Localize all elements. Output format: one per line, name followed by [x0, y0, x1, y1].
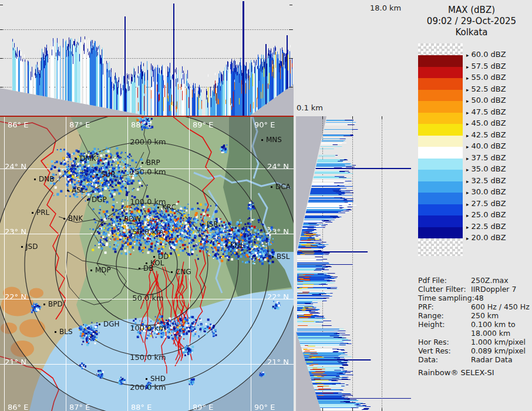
legend-tick-label: ▸30.0 dBZ [466, 187, 506, 196]
metadata-value: IIRDoppler 7 [471, 285, 516, 294]
legend-swatch [418, 55, 463, 67]
legend-tick-label: ▸22.5 dBZ [466, 222, 506, 231]
metadata-value: 1.000 km/pixel [471, 338, 526, 346]
metadata-label: Hor Res: [418, 338, 471, 346]
legend-title-block: MAX (dBZ) 09:02 / 29-Oct-2025 Kolkata [411, 5, 532, 38]
legend-swatch [418, 78, 463, 90]
legend-swatch [418, 181, 463, 193]
metadata-row: Pdf File:250Z.max [418, 276, 532, 285]
metadata-row: Vert Res:0.089 km/pixel [418, 346, 532, 355]
metadata-label: Time sampling: [418, 294, 474, 302]
legend-tick-label: ▸27.5 dBZ [466, 199, 506, 208]
legend-tick-label: ▸40.0 dBZ [466, 142, 506, 150]
legend-swatch [418, 159, 463, 170]
metadata-label: Clutter Filter: [418, 285, 471, 294]
metadata-value: 600 Hz / 450 Hz [471, 302, 530, 311]
metadata-value: 250 km [471, 311, 499, 320]
metadata-value: 0.089 km/pixel [471, 346, 526, 355]
metadata-row: Time sampling:48 [418, 294, 532, 302]
product-metadata: Pdf File:250Z.maxClutter Filter:IIRDoppl… [418, 276, 532, 377]
tick-arrow-icon: ▸ [466, 156, 469, 161]
metadata-value: 48 [474, 294, 484, 302]
tick-arrow-icon: ▸ [466, 190, 469, 196]
legend-swatch [418, 124, 463, 136]
metadata-rows: Pdf File:250Z.maxClutter Filter:IIRDoppl… [418, 276, 532, 364]
legend-swatch [418, 215, 463, 227]
legend-tick-label: ▸47.5 dBZ [466, 107, 506, 116]
tick-arrow-icon: ▸ [466, 213, 469, 218]
metadata-label: Data: [418, 355, 471, 364]
legend-swatch [418, 193, 463, 204]
legend-swatch [418, 170, 463, 181]
metadata-row: Range:250 km [418, 311, 532, 320]
scan-datetime: 09:02 / 29-Oct-2025 [411, 16, 532, 27]
metadata-row: Height:0.100 km to [418, 320, 532, 329]
tick-arrow-icon: ▸ [466, 235, 469, 241]
tick-arrow-icon: ▸ [466, 98, 469, 104]
tick-arrow-icon: ▸ [466, 87, 469, 93]
legend-tick-label: ▸42.5 dBZ [466, 130, 506, 139]
metadata-row: PRF:600 Hz / 450 Hz [418, 302, 532, 311]
legend-swatch-below-min [418, 238, 463, 256]
metadata-label: PRF: [418, 302, 471, 311]
legend-swatch [418, 227, 463, 239]
metadata-label: Pdf File: [418, 276, 471, 285]
tick-arrow-icon: ▸ [466, 201, 469, 207]
legend-swatch [418, 147, 463, 159]
radar-app-window: 18.0 km 0.1 km 86° E86° E87° E87° E88° E… [0, 0, 532, 411]
legend-tick-label: ▸52.5 dBZ [466, 85, 506, 93]
brand-label: Rainbow® SELEX-SI [418, 368, 532, 377]
legend-swatch [418, 204, 463, 216]
side-panel-min-height-label: 0.1 km [297, 103, 323, 112]
tick-arrow-icon: ▸ [466, 167, 469, 173]
tick-arrow-icon: ▸ [466, 133, 469, 139]
metadata-label: Height: [418, 320, 471, 329]
dbz-color-scale: ▸60.0 dBZ▸57.5 dBZ▸55.0 dBZ▸52.5 dBZ▸50.… [418, 43, 530, 278]
vertical-cross-section-side[interactable] [296, 116, 411, 411]
legend-tick-label: ▸20.0 dBZ [466, 233, 506, 242]
legend-tick-label: ▸60.0 dBZ [466, 50, 506, 59]
legend-panel: MAX (dBZ) 09:02 / 29-Oct-2025 Kolkata ▸6… [411, 0, 532, 411]
legend-tick-label: ▸57.5 dBZ [466, 62, 506, 70]
legend-swatch [418, 101, 463, 113]
metadata-row: Hor Res:1.000 km/pixel [418, 338, 532, 346]
metadata-label: Vert Res: [418, 346, 471, 355]
tick-arrow-icon: ▸ [466, 52, 469, 58]
tick-arrow-icon: ▸ [466, 224, 469, 230]
tick-arrow-icon: ▸ [466, 64, 469, 70]
tick-arrow-icon: ▸ [466, 121, 469, 127]
vertical-cross-section-top[interactable] [0, 0, 294, 116]
station-name: Kolkata [411, 27, 532, 38]
legend-swatch [418, 67, 463, 79]
metadata-row: 18.000 km [418, 329, 532, 338]
metadata-value: 250Z.max [471, 276, 509, 285]
legend-swatch [418, 136, 463, 147]
legend-tick-label: ▸35.0 dBZ [466, 164, 506, 173]
legend-tick-label: ▸32.5 dBZ [466, 176, 506, 185]
tick-arrow-icon: ▸ [466, 178, 469, 184]
tick-arrow-icon: ▸ [466, 75, 469, 81]
metadata-value: 0.100 km to [471, 320, 516, 329]
metadata-row: Data:Radar Data [418, 355, 532, 364]
metadata-row: Clutter Filter:IIRDoppler 7 [418, 285, 532, 294]
product-title: MAX (dBZ) [411, 5, 532, 16]
legend-tick-label: ▸25.0 dBZ [466, 210, 506, 219]
metadata-label: Range: [418, 311, 471, 320]
legend-swatch [418, 113, 463, 124]
tick-arrow-icon: ▸ [466, 144, 469, 150]
metadata-value: 18.000 km [471, 329, 510, 338]
legend-tick-label: ▸37.5 dBZ [466, 153, 506, 162]
legend-swatch [418, 90, 463, 102]
tick-arrow-icon: ▸ [466, 110, 469, 116]
legend-tick-label: ▸45.0 dBZ [466, 119, 506, 127]
metadata-value: Radar Data [471, 355, 513, 364]
top-panel-max-height-label: 18.0 km [370, 4, 401, 12]
legend-swatch-above-max [418, 43, 463, 55]
legend-tick-label: ▸50.0 dBZ [466, 96, 506, 105]
legend-tick-label: ▸55.0 dBZ [466, 73, 506, 82]
radar-map-view[interactable] [0, 117, 294, 411]
